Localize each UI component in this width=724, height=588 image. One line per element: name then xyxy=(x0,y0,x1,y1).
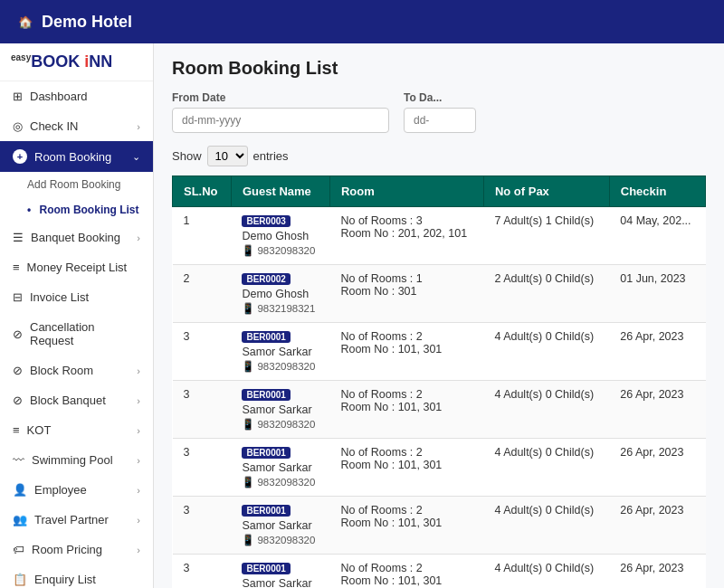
show-entries-row: Show 10 25 50 entries xyxy=(172,146,706,166)
sidebar: easyBOOK iNN ⊞ Dashboard ◎ Check IN › + … xyxy=(0,43,154,588)
cell-guest: BER0001 Samor Sarkar 📱9832098320 xyxy=(231,555,329,589)
sidebar-item-block-room[interactable]: ⊘ Block Room › xyxy=(0,356,153,385)
to-date-label: To Da... xyxy=(404,91,476,104)
chevron-right-icon: › xyxy=(137,455,140,466)
table-row: 3 BER0001 Samor Sarkar 📱9832098320 No of… xyxy=(173,323,706,381)
cell-guest: BER0001 Samor Sarkar 📱9832098320 xyxy=(231,381,329,439)
chevron-right-icon: › xyxy=(137,425,140,436)
guest-phone: 📱9832098320 xyxy=(242,534,319,546)
room-nos: Room No : 101, 301 xyxy=(340,343,472,356)
cell-guest: BER0003 Demo Ghosh 📱9832098320 xyxy=(231,207,329,265)
sidebar-item-label: Money Receipt List xyxy=(27,261,128,274)
cell-slno: 3 xyxy=(173,381,232,439)
top-header: 🏠 Demo Hotel xyxy=(0,0,724,43)
page-title: Room Booking List xyxy=(172,58,706,79)
room-nos: Room No : 101, 301 xyxy=(340,517,472,529)
hotel-icon: 🏠 xyxy=(18,15,33,29)
sidebar-item-dashboard[interactable]: ⊞ Dashboard xyxy=(0,81,153,111)
cell-slno: 3 xyxy=(173,497,232,555)
room-count: No of Rooms : 3 xyxy=(340,214,472,227)
from-date-label: From Date xyxy=(172,91,389,104)
cell-checkin: 26 Apr, 2023 xyxy=(609,439,705,497)
cell-room: No of Rooms : 2 Room No : 101, 301 xyxy=(329,439,483,497)
sidebar-item-swimming-pool[interactable]: 〰 Swimming Pool › xyxy=(0,445,153,475)
cell-pax: 2 Adult(s) 0 Child(s) xyxy=(483,265,609,323)
col-pax: No of Pax xyxy=(483,176,609,207)
guest-name: Samor Sarkar xyxy=(242,461,319,474)
cell-room: No of Rooms : 3 Room No : 201, 202, 101 xyxy=(329,207,483,265)
col-slno: SL.No xyxy=(173,176,232,207)
table-row: 3 BER0001 Samor Sarkar 📱9832098320 No of… xyxy=(173,439,706,497)
chevron-right-icon: › xyxy=(137,515,140,526)
invoice-icon: ⊟ xyxy=(13,290,23,304)
logo: easyBOOK iNN xyxy=(0,43,153,81)
pool-icon: 〰 xyxy=(13,453,24,467)
guest-phone: 📱9832098320 xyxy=(242,360,319,373)
room-nos: Room No : 301 xyxy=(340,285,472,298)
sidebar-item-room-pricing[interactable]: 🏷 Room Pricing › xyxy=(0,535,153,564)
sidebar-sub-room-booking-list[interactable]: • Room Booking List xyxy=(0,197,153,223)
table-row: 3 BER0001 Samor Sarkar 📱9832098320 No of… xyxy=(173,555,706,589)
sidebar-item-label: Check IN xyxy=(30,119,78,133)
sidebar-item-money-receipt[interactable]: ≡ Money Receipt List xyxy=(0,252,153,282)
guest-name: Demo Ghosh xyxy=(242,230,319,242)
from-date-input[interactable] xyxy=(172,108,389,133)
cell-guest: BER0001 Samor Sarkar 📱9832098320 xyxy=(231,439,329,497)
money-receipt-icon: ≡ xyxy=(13,261,20,274)
sidebar-item-cancellation[interactable]: ⊘ Cancellation Request xyxy=(0,312,153,356)
from-date-group: From Date xyxy=(172,91,389,133)
logo-easy: easy xyxy=(11,52,31,62)
sidebar-item-label: Enquiry List xyxy=(34,573,96,586)
sidebar-item-employee[interactable]: 👤 Employee › xyxy=(0,475,153,505)
guest-phone: 📱9832098320 xyxy=(242,418,319,431)
guest-phone: 📱9832098320 xyxy=(242,244,319,257)
col-room: Room xyxy=(329,176,483,207)
room-nos: Room No : 201, 202, 101 xyxy=(340,227,472,240)
sidebar-item-kot[interactable]: ≡ KOT › xyxy=(0,415,153,445)
booking-badge: BER0002 xyxy=(242,273,290,285)
sidebar-item-label: Employee xyxy=(34,483,87,497)
enquiry-icon: 📋 xyxy=(13,573,27,586)
sidebar-item-enquiry-list[interactable]: 📋 Enquiry List xyxy=(0,564,153,588)
sidebar-item-label: Cancellation Request xyxy=(30,320,140,347)
cell-pax: 4 Adult(s) 0 Child(s) xyxy=(483,439,609,497)
table-header-row: SL.No Guest Name Room No of Pax Checkin xyxy=(173,176,706,207)
sub-label: Add Room Booking xyxy=(27,178,120,191)
chevron-right-icon: › xyxy=(137,232,140,243)
sub-label: Room Booking List xyxy=(40,204,139,216)
show-label: Show xyxy=(172,149,202,163)
guest-name: Samor Sarkar xyxy=(242,346,319,358)
to-date-input[interactable] xyxy=(404,108,476,133)
room-nos: Room No : 101, 301 xyxy=(340,401,472,413)
room-nos: Room No : 101, 301 xyxy=(340,574,472,587)
employee-icon: 👤 xyxy=(13,483,27,497)
sidebar-item-label: Travel Partner xyxy=(34,513,109,526)
sidebar-sub-add-room-booking[interactable]: Add Room Booking xyxy=(0,172,153,197)
sidebar-item-invoice[interactable]: ⊟ Invoice List xyxy=(0,282,153,312)
sidebar-item-room-booking[interactable]: + Room Booking ⌄ xyxy=(0,141,153,172)
bookings-table: SL.No Guest Name Room No of Pax Checkin … xyxy=(172,175,706,588)
cell-checkin: 01 Jun, 2023 xyxy=(609,265,705,323)
cell-slno: 3 xyxy=(173,323,232,381)
sidebar-item-banquet-booking[interactable]: ☰ Banquet Booking › xyxy=(0,223,153,252)
cell-guest: BER0002 Demo Ghosh 📱9832198321 xyxy=(231,265,329,323)
cell-room: No of Rooms : 2 Room No : 101, 301 xyxy=(329,323,483,381)
booking-badge: BER0001 xyxy=(242,563,290,574)
entries-select[interactable]: 10 25 50 xyxy=(207,146,248,166)
kot-icon: ≡ xyxy=(13,423,20,437)
entries-label: entries xyxy=(253,149,289,163)
room-nos: Room No : 101, 301 xyxy=(340,459,472,471)
filter-row: From Date To Da... xyxy=(172,91,706,133)
sidebar-item-label: Block Banquet xyxy=(30,394,106,407)
sidebar-item-travel-partner[interactable]: 👥 Travel Partner › xyxy=(0,505,153,535)
cell-room: No of Rooms : 2 Room No : 101, 301 xyxy=(329,555,483,589)
sidebar-item-checkin[interactable]: ◎ Check IN › xyxy=(0,111,153,141)
cell-pax: 4 Adult(s) 0 Child(s) xyxy=(483,555,609,589)
sidebar-item-block-banquet[interactable]: ⊘ Block Banquet › xyxy=(0,385,153,415)
sidebar-item-label: Room Booking xyxy=(34,150,111,164)
booking-badge: BER0001 xyxy=(242,505,290,517)
room-count: No of Rooms : 2 xyxy=(340,562,472,574)
room-count: No of Rooms : 2 xyxy=(340,330,472,343)
cell-checkin: 26 Apr, 2023 xyxy=(609,497,705,555)
to-date-group: To Da... xyxy=(404,91,476,133)
